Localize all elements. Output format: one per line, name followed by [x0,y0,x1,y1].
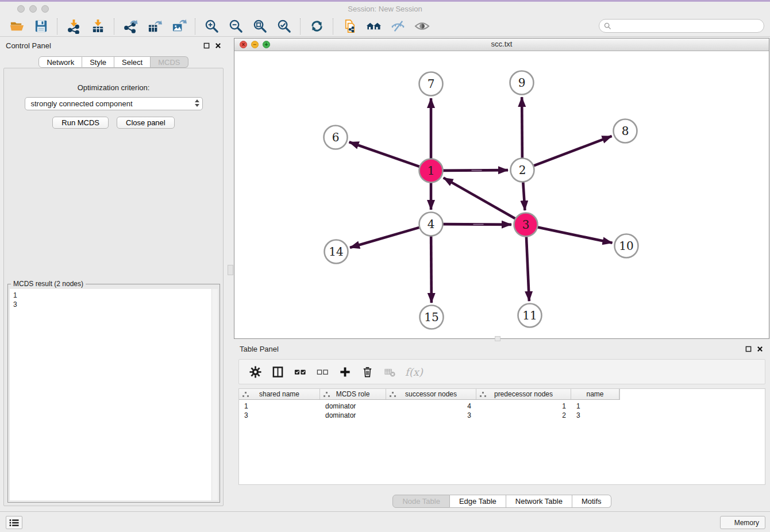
tab-network-table[interactable]: Network Table [506,495,572,508]
column-header-MCDS-role[interactable]: MCDS role [320,389,386,399]
column-header-name[interactable]: name [571,389,619,399]
eye-icon [414,18,430,34]
graph-node-11[interactable]: 11 [518,304,542,327]
memory-button[interactable]: Memory [720,516,765,529]
close-panel-icon[interactable] [215,43,221,49]
tab-node-table[interactable]: Node Table [392,495,450,508]
edge-3-11[interactable] [526,236,529,301]
tab-style[interactable]: Style [82,56,114,68]
network-maximize-button[interactable]: + [263,41,270,48]
duplicate-network-button[interactable] [341,18,358,35]
show-columns-button[interactable] [271,365,284,379]
export-image-icon [171,18,187,34]
zoom-selected-button[interactable] [275,18,292,35]
graph-node-2[interactable]: 2 [511,159,534,182]
zoom-in-button[interactable] [203,18,220,35]
delete-table-button[interactable] [383,365,396,379]
add-row-button[interactable] [338,365,352,379]
save-floppy-icon [33,18,49,34]
close-panel-button[interactable]: Close panel [117,117,175,129]
horizontal-splitter-handle[interactable] [495,336,500,341]
duplicate-network-icon [342,18,357,34]
open-file-button[interactable] [8,18,25,35]
network-canvas[interactable]: 7968124314101511 [234,51,769,338]
plus-icon [339,366,351,378]
svg-text:1: 1 [428,164,435,178]
edge-1-6[interactable] [349,142,421,167]
graph-node-3[interactable]: 3 [514,213,538,237]
export-image-button[interactable] [170,18,187,35]
table-row[interactable]: 3dominator323 [239,411,765,420]
deselect-all-rows-button[interactable] [315,365,329,379]
svg-text:11: 11 [522,309,537,322]
float-panel-icon[interactable] [745,346,752,352]
tab-edge-table[interactable]: Edge Table [450,495,506,508]
table-panel-tabs: Node TableEdge TableNetwork TableMotifs [234,495,770,508]
import-network-button[interactable] [65,18,82,35]
graph-node-9[interactable]: 9 [510,71,534,95]
zoom-out-icon [228,18,244,34]
graph-node-15[interactable]: 15 [420,306,444,329]
mcds-panel: Optimization criterion: strongly connect… [3,68,224,506]
tab-mcds[interactable]: MCDS [151,56,188,68]
first-neighbors-button[interactable] [365,18,382,35]
function-builder-button[interactable]: f(x) [405,365,423,379]
svg-text:2: 2 [519,163,526,177]
column-header-successor-nodes[interactable]: successor nodes [386,389,476,399]
export-table-button[interactable] [146,18,163,35]
hierarchy-icon [324,392,330,397]
hide-selected-button[interactable] [389,18,406,35]
graph-node-1[interactable]: 1 [419,159,443,183]
select-all-rows-button[interactable] [293,365,307,379]
edge-3-10[interactable] [537,227,613,243]
node-table: shared nameMCDS rolesuccessor nodesprede… [238,388,765,485]
edge-2-9[interactable] [522,97,522,159]
houses-icon [366,18,382,34]
task-history-button[interactable] [6,516,22,529]
network-window-titlebar[interactable]: × − + scc.txt [234,38,769,51]
edge-2-3[interactable] [523,182,525,210]
edge-3-1[interactable] [444,178,516,219]
open-folder-icon [9,18,25,34]
mcds-result-text[interactable]: 1 3 [10,289,211,500]
graph-node-8[interactable]: 8 [614,119,637,143]
search-field[interactable] [599,19,764,33]
zoom-out-button[interactable] [227,18,244,35]
table-row[interactable]: 1dominator411 [239,402,765,411]
graph-node-4[interactable]: 4 [419,213,443,236]
run-mcds-button[interactable]: Run MCDS [52,117,109,129]
edge-2-8[interactable] [533,136,612,166]
close-panel-icon[interactable] [757,346,763,352]
criterion-dropdown[interactable]: strongly connected component [25,97,203,110]
search-input[interactable] [614,21,757,30]
column-header-predecessor-nodes[interactable]: predecessor nodes [476,389,571,399]
network-minimize-button[interactable]: − [251,41,259,48]
control-panel: Control Panel NetworkStyleSelectMCDS Opt… [0,38,227,511]
result-scrollbar[interactable] [211,289,218,500]
graph-node-14[interactable]: 14 [325,240,348,264]
edge-4-15[interactable] [431,236,432,303]
table-header-row: shared nameMCDS rolesuccessor nodesprede… [239,389,620,400]
float-panel-icon[interactable] [203,43,210,49]
delete-rows-button[interactable] [360,365,374,379]
tab-motifs[interactable]: Motifs [572,495,611,508]
zoom-selected-icon [276,18,292,34]
graph-node-6[interactable]: 6 [324,126,348,149]
refresh-button[interactable] [308,18,325,35]
column-header-shared-name[interactable]: shared name [239,389,320,399]
graph-node-7[interactable]: 7 [419,72,443,96]
import-table-icon [90,18,106,34]
vertical-splitter-handle[interactable] [228,265,233,275]
tab-select[interactable]: Select [114,56,151,68]
zoom-fit-button[interactable] [251,18,268,35]
tab-network[interactable]: Network [38,56,82,68]
save-session-button[interactable] [32,18,49,35]
import-table-button[interactable] [89,18,106,35]
svg-text:10: 10 [619,239,633,253]
network-close-button[interactable]: × [240,41,247,48]
edge-4-14[interactable] [350,228,420,248]
graph-node-10[interactable]: 10 [615,234,638,258]
export-network-button[interactable] [122,18,139,35]
table-options-button[interactable] [248,365,262,379]
show-all-button[interactable] [413,18,430,35]
